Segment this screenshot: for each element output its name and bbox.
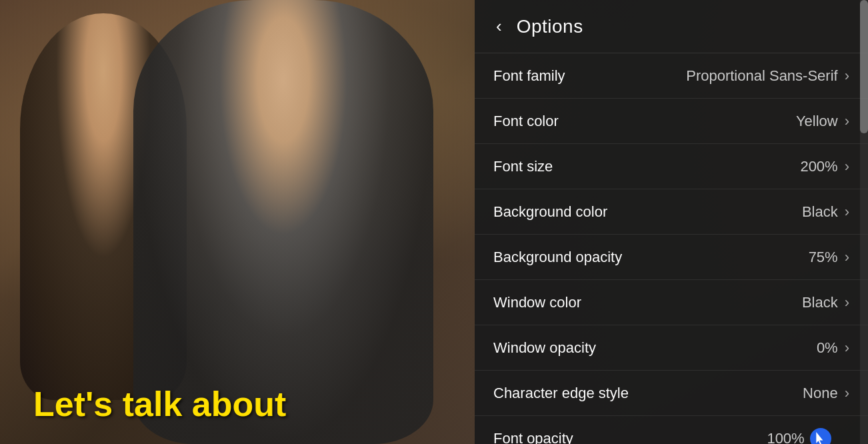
window-opacity-value: 0% (817, 339, 838, 357)
menu-item-font-color[interactable]: Font color Yellow › (475, 99, 868, 144)
character-edge-style-value: None (803, 385, 838, 402)
window-color-chevron-icon: › (845, 295, 849, 310)
font-family-value-area: Proportional Sans-Serif › (686, 67, 849, 85)
character-edge-style-value-area: None › (803, 385, 849, 402)
font-size-chevron-icon: › (845, 159, 849, 174)
character-edge-style-chevron-icon: › (845, 386, 849, 401)
back-icon: ‹ (496, 16, 502, 37)
background-color-value: Black (802, 203, 838, 221)
font-opacity-label: Font opacity (493, 430, 573, 445)
background-color-chevron-icon: › (845, 205, 849, 219)
menu-item-character-edge-style[interactable]: Character edge style None › (475, 371, 868, 416)
font-color-label: Font color (493, 113, 559, 130)
panel-title: Options (517, 16, 583, 37)
menu-item-font-size[interactable]: Font size 200% › (475, 144, 868, 189)
scrollbar-track[interactable] (860, 0, 868, 444)
options-panel: ‹ Options Font family Proportional Sans-… (475, 0, 868, 444)
cursor-indicator (810, 428, 831, 445)
background-opacity-value: 75% (809, 249, 838, 266)
cursor-arrow-icon (814, 432, 827, 445)
menu-item-background-color[interactable]: Background color Black › (475, 189, 868, 235)
background-color-label: Background color (493, 203, 607, 221)
menu-item-window-opacity[interactable]: Window opacity 0% › (475, 325, 868, 371)
background-opacity-value-area: 75% › (809, 249, 849, 266)
menu-item-font-opacity[interactable]: Font opacity 100% › (475, 416, 868, 444)
back-button[interactable]: ‹ (493, 13, 505, 39)
window-opacity-chevron-icon: › (845, 341, 849, 355)
panel-header: ‹ Options (475, 0, 868, 53)
scrollbar-thumb[interactable] (860, 0, 868, 133)
menu-item-window-color[interactable]: Window color Black › (475, 280, 868, 325)
video-subtitle: Let's talk about (33, 384, 286, 424)
window-color-value: Black (802, 294, 838, 311)
font-color-chevron-icon: › (845, 114, 849, 129)
font-opacity-value: 100% (767, 430, 804, 445)
menu-item-font-family[interactable]: Font family Proportional Sans-Serif › (475, 53, 868, 99)
window-color-value-area: Black › (802, 294, 849, 311)
font-color-value: Yellow (796, 113, 838, 130)
window-opacity-label: Window opacity (493, 339, 596, 357)
character-edge-style-label: Character edge style (493, 385, 629, 402)
font-family-chevron-icon: › (845, 69, 849, 83)
font-family-label: Font family (493, 67, 565, 85)
font-color-value-area: Yellow › (796, 113, 849, 130)
background-opacity-chevron-icon: › (845, 250, 849, 265)
person-right-silhouette (133, 0, 433, 444)
window-color-label: Window color (493, 294, 581, 311)
font-size-value: 200% (800, 158, 837, 175)
font-family-value: Proportional Sans-Serif (686, 67, 837, 85)
menu-list: Font family Proportional Sans-Serif › Fo… (475, 53, 868, 444)
menu-item-background-opacity[interactable]: Background opacity 75% › (475, 235, 868, 280)
window-opacity-value-area: 0% › (817, 339, 849, 357)
background-color-value-area: Black › (802, 203, 849, 221)
font-size-label: Font size (493, 158, 553, 175)
font-size-value-area: 200% › (800, 158, 849, 175)
font-opacity-value-area: 100% › (767, 430, 849, 445)
background-opacity-label: Background opacity (493, 249, 622, 266)
